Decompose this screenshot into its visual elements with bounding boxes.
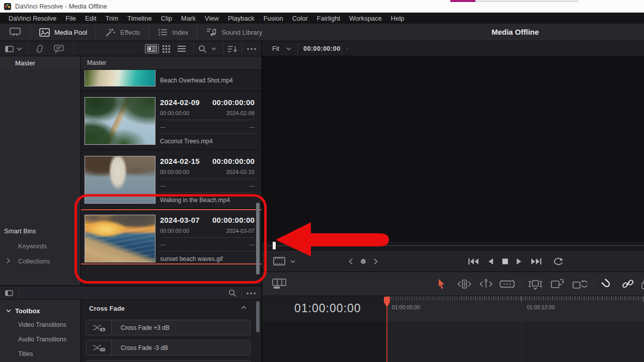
clip-mark-in: --- bbox=[160, 241, 166, 247]
clip-frame-icon[interactable] bbox=[273, 250, 285, 272]
menu-clip[interactable]: Clip bbox=[156, 15, 177, 22]
bin-breadcrumb: Master bbox=[81, 56, 262, 70]
viewer-scrubber-bar[interactable] bbox=[262, 241, 644, 250]
transition-cross-fade-plus3[interactable]: Cross Fade +3 dB bbox=[86, 320, 251, 335]
collapse-section-icon[interactable] bbox=[241, 306, 247, 309]
tree-toolbox[interactable]: Toolbox bbox=[0, 304, 80, 317]
play-reverse-icon[interactable] bbox=[487, 257, 494, 265]
chevron-down-icon[interactable] bbox=[290, 250, 295, 272]
panel-layout-icon[interactable] bbox=[5, 41, 14, 56]
divider bbox=[160, 192, 255, 193]
more-options-icon[interactable] bbox=[247, 41, 257, 56]
search-options-chevron-icon[interactable] bbox=[211, 41, 216, 56]
position-lock-icon[interactable] bbox=[640, 272, 644, 296]
snapping-magnet-icon[interactable] bbox=[600, 272, 613, 296]
tab-sound-library[interactable]: Sound Library bbox=[197, 24, 271, 41]
tree-titles[interactable]: Titles bbox=[0, 346, 80, 361]
viewer-canvas[interactable] bbox=[262, 56, 644, 241]
viewer-timecode-field[interactable]: 00:00:00:00 bbox=[303, 41, 341, 56]
media-pool-toolbar bbox=[0, 41, 262, 56]
timeline-ruler[interactable]: 01:00:00:00 01:00:12:00 bbox=[387, 296, 644, 322]
selection-mode-tool[interactable] bbox=[436, 272, 446, 296]
menu-trim[interactable]: Trim bbox=[101, 15, 123, 22]
smart-bin-keywords[interactable]: Keywords bbox=[0, 238, 80, 253]
overlay-progress-fill bbox=[450, 0, 475, 2]
metadata-view-icon bbox=[147, 46, 157, 52]
go-to-start-icon[interactable] bbox=[467, 257, 479, 265]
menu-timeline[interactable]: Timeline bbox=[123, 15, 156, 22]
trim-edit-mode-tool[interactable] bbox=[456, 272, 472, 296]
clip-row-coconut-trees[interactable]: 2024-02-09 00:00:00:00 00:00:00:00 2024-… bbox=[81, 92, 262, 150]
unlink-clips-icon[interactable] bbox=[34, 41, 45, 56]
cinema-viewer-icon[interactable] bbox=[0, 27, 30, 37]
timeline-view-options-icon[interactable] bbox=[272, 272, 286, 296]
viewer-timecode-value: 00:00:00:00 bbox=[303, 45, 341, 52]
bin-master[interactable]: Master bbox=[0, 56, 80, 70]
window-title: DaVinci Resolve - Media Offline bbox=[15, 3, 107, 10]
menu-color[interactable]: Color bbox=[288, 15, 312, 22]
smart-bins-header[interactable]: Smart Bins bbox=[0, 223, 80, 238]
divider bbox=[73, 43, 74, 54]
media-pool-icon bbox=[39, 28, 50, 37]
insert-clip-icon[interactable] bbox=[528, 272, 543, 296]
stop-icon[interactable] bbox=[502, 257, 508, 265]
scrubber-playhead[interactable] bbox=[273, 242, 276, 249]
timeline-tracks-area[interactable] bbox=[262, 322, 644, 362]
menu-playback[interactable]: Playback bbox=[223, 15, 259, 22]
go-to-end-icon[interactable] bbox=[530, 257, 542, 265]
menu-fairlight[interactable]: Fairlight bbox=[312, 15, 345, 22]
smart-bin-collections[interactable]: Collections bbox=[0, 253, 80, 268]
menu-view[interactable]: View bbox=[200, 15, 223, 22]
metadata-view-button[interactable] bbox=[145, 41, 159, 56]
clip-mark-out: --- bbox=[249, 241, 255, 247]
scrollbar-thumb[interactable] bbox=[256, 301, 260, 332]
sort-order-icon[interactable] bbox=[227, 41, 237, 56]
transition-cross-fade-minus3[interactable]: Cross Fade -3 dB bbox=[86, 340, 251, 355]
divider bbox=[160, 120, 255, 120]
tree-audio-transitions[interactable]: Audio Transitions bbox=[0, 332, 80, 346]
tab-media-pool[interactable]: Media Pool bbox=[31, 24, 96, 41]
menu-file[interactable]: File bbox=[61, 15, 80, 22]
menu-mark[interactable]: Mark bbox=[177, 15, 200, 22]
timeline-ruler-area[interactable]: 01:00:00:00 01:00:00:00 01:00:12:00 bbox=[262, 296, 644, 322]
list-view-icon[interactable] bbox=[177, 41, 186, 56]
dynamic-trim-mode-tool[interactable] bbox=[478, 272, 494, 296]
cross-fade-section-header[interactable]: Cross Fade bbox=[89, 305, 125, 312]
menu-fusion[interactable]: Fusion bbox=[259, 15, 288, 22]
clip-date-small: 2024-03-07 bbox=[226, 228, 255, 234]
menu-edit[interactable]: Edit bbox=[80, 15, 101, 22]
replace-clip-icon[interactable] bbox=[572, 272, 587, 296]
search-icon[interactable] bbox=[228, 286, 236, 300]
scrollbar-thumb[interactable] bbox=[256, 203, 260, 275]
loop-playback-icon[interactable] bbox=[553, 257, 564, 266]
clip-date: 2024-02-09 bbox=[160, 98, 200, 107]
thumbnail-view-icon[interactable] bbox=[162, 41, 171, 56]
search-icon[interactable] bbox=[198, 41, 207, 56]
jog-dot-icon[interactable] bbox=[360, 258, 366, 264]
razor-edit-mode-tool[interactable] bbox=[500, 272, 515, 296]
clip-filename: Walking in the Beach.mp4 bbox=[160, 197, 255, 204]
menu-help[interactable]: Help bbox=[386, 15, 409, 22]
next-frame-icon[interactable] bbox=[374, 258, 378, 264]
linked-selection-chain-icon[interactable] bbox=[621, 272, 634, 296]
tree-video-transitions[interactable]: Video Transitions bbox=[0, 317, 80, 332]
chevron-down-icon[interactable] bbox=[286, 41, 291, 56]
overwrite-clip-icon[interactable] bbox=[550, 272, 564, 296]
menu-workspace[interactable]: Workspace bbox=[345, 15, 386, 22]
clip-row-walking-beach[interactable]: 2024-02-15 00:00:00:00 00:00:00:00 2024-… bbox=[81, 150, 262, 209]
more-options-icon[interactable] bbox=[246, 286, 256, 300]
menu-davinci-resolve[interactable]: DaVinci Resolve bbox=[4, 15, 61, 22]
bin-sidebar: Master Smart Bins Keywords Collections bbox=[0, 56, 80, 286]
clip-start-timecode: 00:00:00:00 bbox=[160, 110, 189, 116]
chevron-down-icon[interactable] bbox=[17, 41, 22, 56]
usage-note-icon[interactable] bbox=[53, 41, 64, 56]
clip-row-beach-overhead[interactable]: Beach Overhead Shot.mp4 bbox=[81, 70, 262, 92]
clip-row-sunset-beach-waves-selected[interactable]: 2024-03-07 00:00:00:00 00:00:00:00 2024-… bbox=[81, 209, 262, 264]
timeline-playhead-marker[interactable] bbox=[383, 296, 391, 308]
zoom-level-dropdown[interactable]: Fit bbox=[272, 41, 279, 56]
panel-layout-icon[interactable] bbox=[5, 286, 13, 300]
tab-index[interactable]: Index bbox=[149, 24, 197, 41]
play-icon[interactable] bbox=[516, 257, 523, 265]
tab-effects[interactable]: Effects bbox=[96, 24, 149, 41]
previous-frame-icon[interactable] bbox=[349, 258, 353, 264]
